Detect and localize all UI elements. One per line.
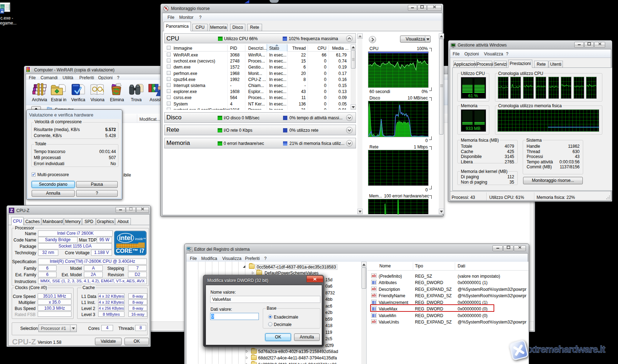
svg-text:intel: intel <box>119 234 132 241</box>
svg-text:inside™: inside™ <box>135 237 146 241</box>
svg-text:CORE™ i7: CORE™ i7 <box>116 248 144 254</box>
